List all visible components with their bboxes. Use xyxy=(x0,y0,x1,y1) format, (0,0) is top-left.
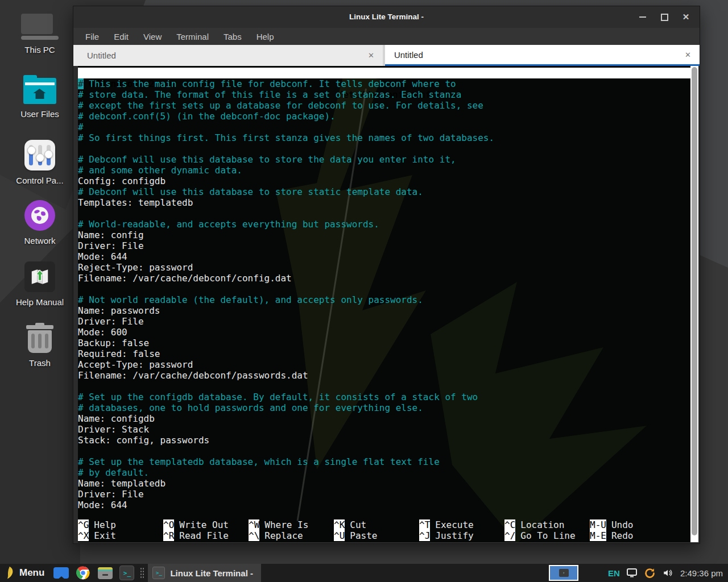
terminal-line: # databases, one to hold passwords and o… xyxy=(78,402,690,413)
terminal-line: Mode: 600 xyxy=(78,327,690,338)
terminal-line: # Debconf will use this database to stor… xyxy=(78,186,690,197)
terminal-line: # Not world readable (the default), and … xyxy=(78,294,690,305)
terminal-icon: >_ xyxy=(152,567,165,579)
tab-bar: Untitled ✕ Untitled ✕ xyxy=(73,45,700,66)
shortcut-key: ^J xyxy=(419,530,430,541)
desktop-icon-user-files[interactable]: User Files xyxy=(8,78,72,119)
terminal-window: Linux Lite Terminal - ✕ File Edit View T… xyxy=(73,6,700,544)
terminal-screen[interactable]: GNU nano 7.2 /etc/debconf.conf # This is… xyxy=(78,66,698,542)
terminal-line: Config: configdb xyxy=(78,176,690,186)
menu-tabs[interactable]: Tabs xyxy=(216,32,249,41)
menu-terminal[interactable]: Terminal xyxy=(169,32,216,41)
scrollbar-thumb[interactable] xyxy=(692,67,697,535)
terminal-line: Templates: templatedb xyxy=(78,197,690,208)
desktop-icon-label: Network xyxy=(24,236,55,246)
window-title: Linux Lite Terminal - xyxy=(73,6,700,28)
desktop-icon-label: Trash xyxy=(29,358,51,368)
terminal-line: Mode: 644 xyxy=(78,500,690,510)
terminal-scrollbar[interactable] xyxy=(690,66,698,542)
shortcut-key: ^G xyxy=(78,519,89,530)
tab-untitled-2[interactable]: Untitled ✕ xyxy=(385,45,700,66)
keyboard-layout-indicator[interactable]: EN xyxy=(608,568,620,578)
nano-shortcut: ^UPaste xyxy=(334,530,419,541)
shortcut-key: M-E xyxy=(590,530,606,541)
nano-shortcut: ^/Go To Line xyxy=(504,530,590,541)
linux-lite-logo-icon[interactable] xyxy=(5,566,15,580)
terminal-line: Driver: File xyxy=(78,489,690,500)
nano-shortcut: ^\Replace xyxy=(249,530,334,541)
desktop-icon-control-panel[interactable]: Control Pa... xyxy=(8,140,72,185)
terminal-line: # store data. The format of this file is… xyxy=(78,89,690,100)
shortcut-label: Justify xyxy=(435,530,473,541)
clock[interactable]: 2:49:36 pm xyxy=(680,568,723,578)
terminal-launcher-icon[interactable]: >_ xyxy=(119,566,134,580)
terminal-line: Driver: Stack xyxy=(78,424,690,435)
shortcut-key: ^K xyxy=(334,519,345,530)
terminal-line: Stack: config, passwords xyxy=(78,435,690,446)
workspace-switcher[interactable]: › xyxy=(549,565,578,581)
workspace-window-thumbnail: › xyxy=(559,569,569,577)
shortcut-label: Location xyxy=(520,519,564,530)
desktop-icon-this-pc[interactable]: This PC xyxy=(8,14,72,55)
shortcut-key: ^C xyxy=(504,519,515,530)
desktop-icon-trash[interactable]: Trash xyxy=(8,325,72,368)
minimize-button[interactable] xyxy=(638,13,647,22)
terminal-line: # and some other dynamic data. xyxy=(78,165,690,176)
shortcut-label: Execute xyxy=(435,519,473,530)
shortcut-key: ^O xyxy=(163,519,174,530)
trash-icon xyxy=(26,325,53,353)
window-titlebar[interactable]: Linux Lite Terminal - ✕ xyxy=(73,6,700,28)
desktop-icon-label: Control Pa... xyxy=(16,176,63,185)
chrome-launcher-icon[interactable] xyxy=(76,566,90,580)
terminal-line: # This is the main config file for debco… xyxy=(78,78,690,89)
terminal-line xyxy=(78,143,690,154)
taskbar: Menu >_ >_ Linux Lite Terminal - › EN xyxy=(0,564,728,582)
menu-edit[interactable]: Edit xyxy=(106,32,136,41)
desktop-icon-help-manual[interactable]: Help Manual xyxy=(8,261,72,307)
tab-label: Untitled xyxy=(87,51,116,60)
folder-home-icon xyxy=(23,78,56,104)
terminal-line: Name: config xyxy=(78,230,690,240)
shortcut-label: Exit xyxy=(94,530,116,541)
terminal-line xyxy=(78,208,690,219)
nano-shortcut-row: ^XExit^RRead File^\Replace^UPaste^JJusti… xyxy=(78,530,690,541)
terminal-line: Reject-Type: password xyxy=(78,262,690,273)
terminal-line: Mode: 644 xyxy=(78,251,690,262)
menu-help[interactable]: Help xyxy=(249,32,282,41)
desktop-icon-label: Help Manual xyxy=(16,297,64,307)
menu-file[interactable]: File xyxy=(78,32,106,41)
close-button[interactable]: ✕ xyxy=(681,13,690,22)
shortcut-key: ^X xyxy=(78,530,89,541)
volume-tray-icon[interactable] xyxy=(662,568,673,578)
task-button-label: Linux Lite Terminal - xyxy=(170,568,253,578)
terminal-line: Accept-Type: password xyxy=(78,359,690,370)
terminal-line: # So first things first. This first stan… xyxy=(78,132,690,143)
nano-shortcut-row: ^GHelp^OWrite Out^WWhere Is^KCut^TExecut… xyxy=(78,519,690,530)
terminal-line: Name: configdb xyxy=(78,413,690,424)
menubar: File Edit View Terminal Tabs Help xyxy=(73,28,700,45)
tab-close-icon[interactable]: ✕ xyxy=(685,51,691,59)
desktop-icon-network[interactable]: Network xyxy=(8,200,72,246)
task-button-terminal[interactable]: >_ Linux Lite Terminal - xyxy=(148,564,261,582)
updates-tray-icon[interactable] xyxy=(644,567,656,579)
tab-label: Untitled xyxy=(394,50,423,60)
terminal-line: Filename: /var/cache/debconf/passwords.d… xyxy=(78,370,690,381)
shortcut-key: ^\ xyxy=(249,530,259,541)
menu-button[interactable]: Menu xyxy=(19,567,44,579)
nano-shortcut: ^WWhere Is xyxy=(249,519,334,530)
tab-untitled-1[interactable]: Untitled ✕ xyxy=(73,45,383,66)
maximize-button[interactable] xyxy=(660,13,669,22)
terminal-line xyxy=(78,446,690,456)
control-panel-icon xyxy=(24,140,55,171)
terminal-line: Required: false xyxy=(78,348,690,359)
nano-shortcut: ^JJustify xyxy=(419,530,504,541)
archive-launcher-icon[interactable] xyxy=(98,567,113,579)
help-manual-icon xyxy=(24,261,55,292)
files-launcher-icon[interactable] xyxy=(53,567,69,579)
display-tray-icon[interactable] xyxy=(626,568,638,578)
shortcut-key: M-U xyxy=(590,519,606,530)
desktop-icon-label: This PC xyxy=(24,45,55,55)
nano-shortcut: ^OWrite Out xyxy=(163,519,249,530)
menu-view[interactable]: View xyxy=(136,32,169,41)
tab-close-icon[interactable]: ✕ xyxy=(368,51,374,60)
